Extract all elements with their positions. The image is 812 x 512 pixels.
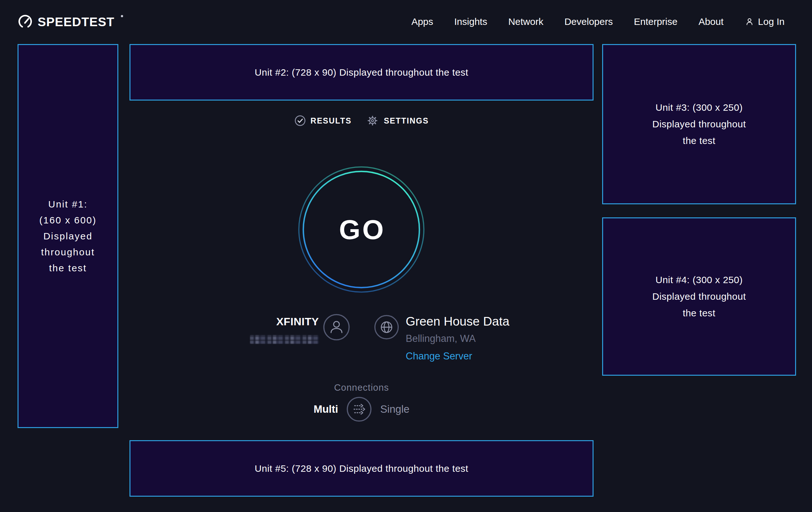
connections-label: Connections [129,382,593,393]
nav-item-developers[interactable]: Developers [564,16,613,27]
globe-icon [374,315,399,340]
results-settings-tabs: RESULTS [129,114,593,127]
isp-info: XFINITY [210,315,319,344]
ad-unit-2-leaderboard: Unit #2: (728 x 90) Displayed throughout… [129,44,593,101]
ad-unit-4-text: Unit #4: (300 x 250) Displayed throughou… [652,272,746,321]
login-button[interactable]: Log In [745,16,785,27]
connections-toggle-row: Multi Single [129,397,593,422]
ad-unit-1-text: Unit #1: (160 x 600) Displayed throughou… [39,196,96,276]
nav-item-insights[interactable]: Insights [454,16,487,27]
speedtest-logo[interactable]: SPEEDTEST [18,15,123,29]
ad-unit-4-rectangle: Unit #4: (300 x 250) Displayed throughou… [602,217,796,376]
nav-item-apps[interactable]: Apps [411,16,433,27]
nav-item-network[interactable]: Network [509,16,544,27]
server-location: Bellingham, WA [406,332,509,345]
ad-unit-3-rectangle: Unit #3: (300 x 250) Displayed throughou… [602,44,796,204]
trademark-mark [121,15,123,17]
ad-unit-1-skyscraper: Unit #1: (160 x 600) Displayed throughou… [18,44,118,428]
isp-details-redacted [250,335,319,344]
nav-item-enterprise[interactable]: Enterprise [634,16,677,27]
multi-connection-icon[interactable] [346,397,372,422]
speedtest-page: SPEEDTEST Apps Insights Network Develope… [0,0,812,512]
tab-settings-label: SETTINGS [384,116,429,126]
server-info: Green House Data Bellingham, WA Change S… [406,314,509,362]
go-button[interactable]: GO [297,165,426,294]
gear-icon [366,114,379,127]
person-circle-icon [323,314,350,341]
go-button-label: GO [297,165,426,294]
tab-results[interactable]: RESULTS [294,115,352,127]
check-circle-icon [294,115,306,127]
logo-wordmark: SPEEDTEST [38,16,115,28]
nav-item-about[interactable]: About [698,16,723,27]
login-label: Log In [758,16,785,27]
server-name: Green House Data [406,314,509,329]
connections-option-single[interactable]: Single [380,403,409,415]
main-nav: Apps Insights Network Developers Enterpr… [411,16,785,27]
ad-unit-3-text: Unit #3: (300 x 250) Displayed throughou… [652,99,746,149]
change-server-link[interactable]: Change Server [406,350,472,362]
ad-unit-2-text: Unit #2: (728 x 90) Displayed throughout… [255,64,468,81]
ad-unit-5-text: Unit #5: (728 x 90) Displayed throughout… [255,460,468,477]
speedometer-logo-icon [18,15,32,29]
ad-unit-5-leaderboard: Unit #5: (728 x 90) Displayed throughout… [129,440,593,497]
user-icon [745,17,754,26]
top-nav-bar: SPEEDTEST Apps Insights Network Develope… [0,0,812,44]
tab-results-label: RESULTS [311,116,352,126]
tab-settings[interactable]: SETTINGS [366,114,429,127]
connections-option-multi[interactable]: Multi [314,403,338,415]
isp-name: XFINITY [210,315,319,328]
